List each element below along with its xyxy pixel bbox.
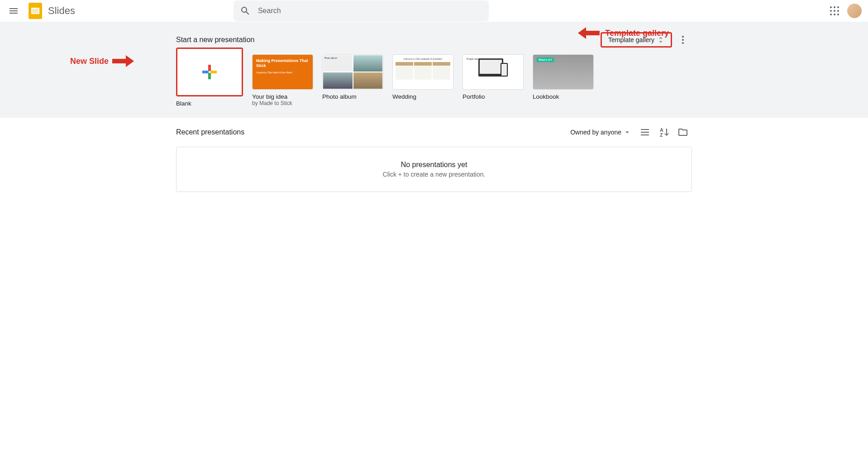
- template-name: Wedding: [392, 93, 453, 100]
- svg-point-7: [834, 10, 835, 12]
- sort-button[interactable]: A Z: [655, 123, 673, 141]
- svg-point-12: [682, 36, 684, 38]
- search-button[interactable]: [236, 2, 254, 20]
- template-lookbook-thumb: What's In?: [533, 54, 594, 90]
- template-more-button[interactable]: [674, 31, 692, 49]
- template-lookbook[interactable]: What's In? Lookbook: [533, 54, 594, 107]
- template-name: Photo album: [322, 93, 383, 100]
- search-input[interactable]: [254, 7, 486, 15]
- template-blank-thumb: [176, 48, 243, 96]
- svg-rect-2: [32, 9, 38, 13]
- annotation-new-slide: New Slide: [70, 55, 134, 67]
- recent-section: Recent presentations Owned by anyone A Z: [167, 118, 701, 192]
- template-section: Start a new presentation Template galler…: [0, 22, 868, 118]
- svg-rect-15: [208, 65, 211, 71]
- template-subtitle: by Made to Stick: [252, 100, 313, 106]
- template-big-idea-thumb: Making Presentations That Stick A guide …: [252, 54, 313, 90]
- main-menu-button[interactable]: [3, 0, 24, 22]
- file-picker-button[interactable]: [674, 123, 692, 141]
- dropdown-icon: [623, 128, 631, 136]
- svg-point-4: [834, 6, 835, 8]
- svg-point-6: [830, 10, 832, 12]
- template-name: Lookbook: [533, 93, 594, 100]
- search-icon: [240, 5, 251, 16]
- app-title: Slides: [48, 5, 75, 17]
- annotation-new-slide-label: New Slide: [70, 57, 109, 66]
- template-wedding-thumb: Join us for a full weekend of activities…: [392, 54, 453, 90]
- search-bar[interactable]: [234, 0, 489, 21]
- recent-title: Recent presentations: [176, 128, 244, 136]
- svg-point-14: [682, 42, 684, 44]
- svg-point-10: [834, 14, 835, 15]
- list-icon: [639, 127, 650, 138]
- logo-container[interactable]: Slides: [24, 2, 75, 20]
- hamburger-icon: [8, 5, 19, 16]
- template-photo-thumb: Photo album: [322, 54, 383, 90]
- template-name: Blank: [176, 100, 243, 107]
- template-section-title: Start a new presentation: [176, 36, 254, 44]
- empty-subtitle: Click + to create a new presentation.: [383, 171, 486, 178]
- user-avatar[interactable]: [847, 4, 862, 18]
- template-portfolio-thumb: Project name: [463, 54, 524, 90]
- svg-point-13: [682, 39, 684, 41]
- slides-logo-icon: [26, 2, 44, 20]
- owned-by-dropdown[interactable]: Owned by anyone: [567, 125, 635, 139]
- template-big-idea[interactable]: Making Presentations That Stick A guide …: [252, 54, 313, 107]
- svg-text:Z: Z: [660, 132, 663, 138]
- annotation-gallery-label: Template gallery: [605, 29, 669, 38]
- svg-rect-17: [202, 71, 209, 73]
- annotation-template-gallery: Template gallery: [578, 27, 669, 39]
- svg-point-8: [837, 10, 839, 12]
- empty-title: No presentations yet: [401, 161, 467, 169]
- svg-point-5: [837, 6, 839, 8]
- template-photo-album[interactable]: Photo album Photo album: [322, 54, 383, 107]
- svg-rect-16: [208, 73, 211, 79]
- list-view-button[interactable]: [636, 123, 654, 141]
- owned-by-label: Owned by anyone: [570, 129, 621, 136]
- apps-icon: [829, 5, 840, 16]
- template-wedding[interactable]: Join us for a full weekend of activities…: [392, 54, 453, 107]
- app-header: Slides: [0, 0, 868, 22]
- svg-rect-18: [210, 71, 217, 73]
- template-name: Portfolio: [463, 93, 524, 100]
- template-name: Your big idea: [252, 93, 313, 100]
- svg-point-3: [830, 6, 832, 8]
- template-blank[interactable]: Blank: [176, 54, 243, 107]
- template-portfolio[interactable]: Project name Portfolio: [463, 54, 524, 107]
- arrow-left-icon: [578, 27, 600, 39]
- svg-point-11: [837, 14, 839, 15]
- empty-state: No presentations yet Click + to create a…: [176, 147, 692, 192]
- folder-icon: [677, 127, 688, 138]
- header-right: [825, 2, 865, 20]
- arrow-right-icon: [112, 55, 134, 67]
- svg-point-9: [830, 14, 832, 15]
- recent-header: Recent presentations Owned by anyone A Z: [176, 118, 692, 147]
- plus-icon: [177, 49, 242, 95]
- more-vert-icon: [677, 34, 688, 45]
- sort-az-icon: A Z: [658, 127, 669, 138]
- google-apps-button[interactable]: [825, 2, 844, 20]
- template-grid: Blank Making Presentations That Stick A …: [176, 54, 692, 107]
